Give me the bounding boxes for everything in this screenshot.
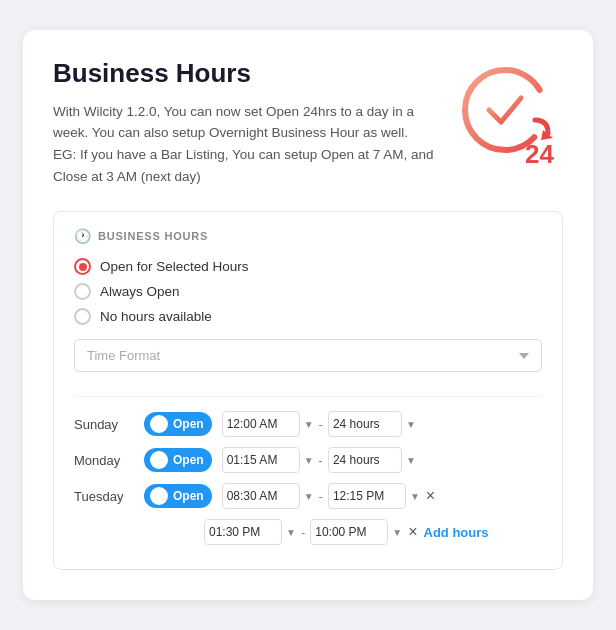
tuesday-slot2-end[interactable]: 10:00 PM [310,519,388,545]
toggle-tuesday[interactable]: Open [144,484,212,508]
radio-circle-no-hours [74,308,91,325]
time-selects-sunday: 12:00 AM ▼ - 24 hours ▼ [222,411,416,437]
section-header: 🕐 BUSINESS HOURS [74,228,542,244]
day-name-sunday: Sunday [74,417,134,432]
business-hours-section: 🕐 BUSINESS HOURS Open for Selected Hours… [53,211,563,570]
time-selects-monday: 01:15 AM ▼ - 24 hours ▼ [222,447,416,473]
sunday-start-time[interactable]: 12:00 AM [222,411,300,437]
arrow-down-sunday-dur: ▼ [406,419,416,430]
page-title: Business Hours [53,58,437,89]
radio-label-open-selected: Open for Selected Hours [100,259,249,274]
arrow-down-monday-dur: ▼ [406,455,416,466]
arrow-down-sunday-start: ▼ [304,419,314,430]
remove-tuesday-slot1[interactable]: × [424,488,437,504]
add-hours-button[interactable]: Add hours [424,525,489,540]
day-name-monday: Monday [74,453,134,468]
radio-circle-selected [74,258,91,275]
day-row-tuesday: Tuesday Open 08:30 AM ▼ - 12:15 PM ▼ × [74,483,542,509]
sunday-duration[interactable]: 24 hours [328,411,402,437]
header-text: Business Hours With Wilcity 1.2.0, You c… [53,58,437,187]
monday-duration[interactable]: 24 hours [328,447,402,473]
toggle-circle-tuesday [150,487,168,505]
time-format-select[interactable]: Time Format 12-hour 24-hour [74,339,542,372]
tuesday-slot1-start[interactable]: 08:30 AM [222,483,300,509]
arrow-down-monday-start: ▼ [304,455,314,466]
svg-point-0 [465,70,545,150]
clock-illustration: 24 [453,58,563,168]
toggle-sunday[interactable]: Open [144,412,212,436]
remove-tuesday-slot2[interactable]: × [406,524,419,540]
arrow-down-tuesday-s2: ▼ [286,527,296,538]
section-header-label: BUSINESS HOURS [98,230,208,242]
radio-always-open[interactable]: Always Open [74,283,542,300]
toggle-circle-monday [150,451,168,469]
toggle-circle-sunday [150,415,168,433]
monday-start-time[interactable]: 01:15 AM [222,447,300,473]
toggle-text-tuesday: Open [173,489,204,503]
radio-no-hours[interactable]: No hours available [74,308,542,325]
radio-circle-always-open [74,283,91,300]
tuesday-slot2-row: 01:30 PM ▼ - 10:00 PM ▼ × Add hours [204,519,542,545]
arrow-down-tuesday-e2: ▼ [392,527,402,538]
page-description: With Wilcity 1.2.0, You can now set Open… [53,101,437,187]
tuesday-slot2-start[interactable]: 01:30 PM [204,519,282,545]
tuesday-slot1-end[interactable]: 12:15 PM [328,483,406,509]
clock-small-icon: 🕐 [74,228,91,244]
toggle-monday[interactable]: Open [144,448,212,472]
dash-tuesday-1: - [318,489,324,504]
radio-label-always-open: Always Open [100,284,180,299]
radio-group: Open for Selected Hours Always Open No h… [74,258,542,325]
day-name-tuesday: Tuesday [74,489,134,504]
time-selects-tuesday-1: 08:30 AM ▼ - 12:15 PM ▼ × [222,483,438,509]
day-row-sunday: Sunday Open 12:00 AM ▼ - 24 hours ▼ [74,411,542,437]
svg-text:24: 24 [525,139,554,168]
dash-monday: - [318,453,324,468]
dash-sunday: - [318,417,324,432]
radio-open-selected[interactable]: Open for Selected Hours [74,258,542,275]
arrow-down-tuesday-s1: ▼ [304,491,314,502]
toggle-text-monday: Open [173,453,204,467]
divider [74,396,542,397]
dash-tuesday-2: - [300,525,306,540]
arrow-down-tuesday-e1: ▼ [410,491,420,502]
toggle-text-sunday: Open [173,417,204,431]
header-section: Business Hours With Wilcity 1.2.0, You c… [53,58,563,187]
radio-label-no-hours: No hours available [100,309,212,324]
day-row-monday: Monday Open 01:15 AM ▼ - 24 hours ▼ [74,447,542,473]
business-hours-card: Business Hours With Wilcity 1.2.0, You c… [23,30,593,600]
